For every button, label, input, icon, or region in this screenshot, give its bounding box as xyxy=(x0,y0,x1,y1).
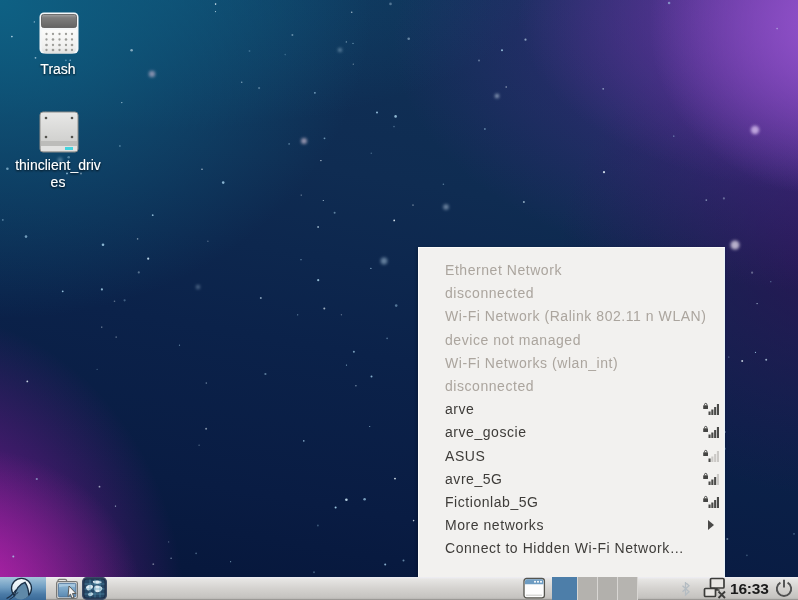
svg-text:es: es xyxy=(51,174,66,190)
svg-text:thinclient_driv: thinclient_driv xyxy=(15,157,101,173)
svg-text:Trash: Trash xyxy=(40,61,75,77)
svg-text:16:33: 16:33 xyxy=(730,580,769,597)
